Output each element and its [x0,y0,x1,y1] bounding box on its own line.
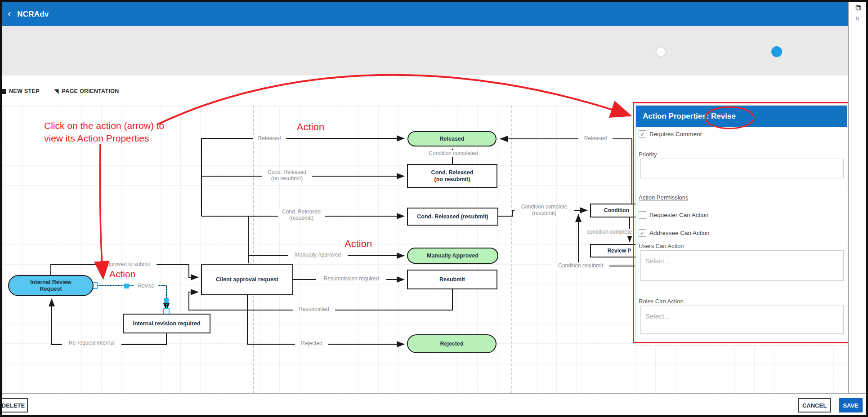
new-step-label: NEW STEP [9,88,40,94]
page-orientation-button[interactable]: ◥ PAGE ORIENTATION [54,88,119,94]
new-step-button[interactable]: NEW STEP [1,88,40,94]
requester-can-action-label: Requester Can Action [649,212,708,218]
edge-label-released-left[interactable]: Released [253,135,286,142]
page-title: NCRAdv [17,10,49,19]
roles-can-action-select[interactable]: Select... [640,306,844,334]
save-button[interactable]: SAVE [839,398,863,413]
node-rejected[interactable]: Rejected [407,334,497,353]
edge-label-resubmitted[interactable]: Resubmitted [293,306,335,313]
annotation-action-1: Action [297,121,324,133]
edge-label-resubmission-required[interactable]: Resubmission required [316,275,386,283]
back-icon[interactable]: ‹ [8,8,11,20]
footer-bar [2,393,866,414]
edge-label-condition-complete[interactable]: condition complete [584,229,635,236]
active-toggle-knob[interactable] [771,46,782,57]
edge-label-approved-to-submit[interactable]: Approved to submit [97,261,157,268]
users-can-action-label: Users Can Action [639,243,684,249]
check-icon: ✓ [640,131,644,138]
node-cond-released-no-resubmit[interactable]: Cond. Released (no resubmit) [407,164,497,188]
workflow-editor-window: ‹ NCRAdv Workflow Name NCRAdv Category N… [0,0,868,417]
users-select-placeholder: Select... [645,257,670,265]
edge-label-revise[interactable]: Revise [134,283,158,290]
edge-label-condition-resubmit[interactable]: Condition resubmit [552,262,609,270]
node-manually-approved[interactable]: Manually Approved [407,248,498,264]
title-bar: ‹ NCRAdv [2,2,848,26]
default-toggle-knob[interactable] [656,47,665,56]
action-permissions-link[interactable]: Action Permissions [639,194,689,201]
node-client-approval-request[interactable]: Client approval request [201,264,293,295]
roles-select-placeholder: Select... [645,312,670,320]
priority-input[interactable] [640,159,844,178]
addressee-can-action-label: Addressee Can Action [649,230,710,236]
node-resubmit[interactable]: Resubmit [407,270,497,289]
addressee-can-action-checkbox[interactable]: ✓ [639,229,646,237]
page-boundary-line [511,106,512,393]
annotation-action-2: Action [345,238,372,250]
panel-title: Action Properties: Revise [643,112,736,121]
edge-label-condition-completed[interactable]: Condition completed [423,150,484,157]
priority-label: Priority [639,151,657,158]
node-internal-review-request[interactable]: Internal Review Request [8,275,94,296]
side-toolbar [848,2,866,393]
requester-can-action-checkbox[interactable] [639,211,646,219]
edge-label-rejected[interactable]: Rejected [295,340,328,347]
edge-label-released-right[interactable]: Released [578,135,613,142]
copy-icon[interactable]: ⧉ [855,4,861,13]
annotation-action-3: Action [109,269,135,279]
node-internal-revision-required[interactable]: Internal revision required [123,314,210,333]
sort-updown-icon[interactable]: ↑↓ [855,15,859,22]
node-cond-released-resubmit[interactable]: Cond. Released (resubmit) [407,208,498,226]
form-band [2,26,848,75]
requires-comment-checkbox[interactable]: ✓ [639,130,646,138]
page-boundary-line [253,106,254,393]
edge-label-cond-no-resubmit[interactable]: Cond. Released (no resubmit) [262,169,312,182]
new-step-icon [1,89,6,94]
page-orientation-label: PAGE ORIENTATION [62,88,119,94]
users-can-action-select[interactable]: Select... [640,250,844,281]
node-released[interactable]: Released [407,131,497,146]
cursor-icon: ◥ [54,88,59,94]
delete-button[interactable]: DELETE [0,398,28,413]
roles-can-action-label: Roles Can Action [639,298,684,305]
panel-header: Action Properties: Revise [636,106,847,127]
requires-comment-label: Requires Comment [649,131,702,138]
cancel-button[interactable]: CANCEL [798,398,831,413]
annotation-note: Click on the action (arrow) to view its … [44,120,164,145]
edge-label-re-request-internal[interactable]: Re-request internal [62,340,121,347]
edge-label-cond-resubmit[interactable]: Cond. Released (resubmit) [278,208,325,222]
edge-label-manually-approved[interactable]: Manually Approved [288,252,348,259]
edge-label-condition-complete-resubmit[interactable]: Condition complete (resubmit) [515,204,574,217]
check-icon: ✓ [640,230,644,236]
